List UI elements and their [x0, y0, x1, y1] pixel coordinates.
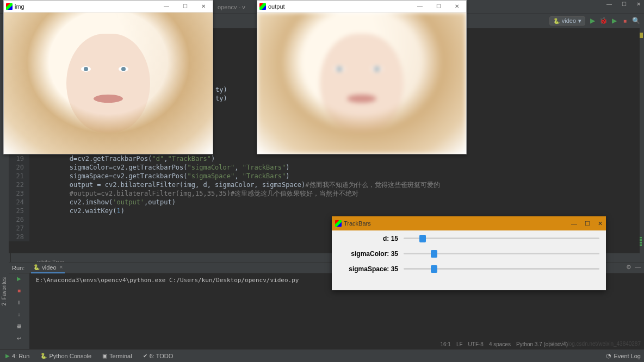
opencv-window-img[interactable]: img — ☐ ✕ — [3, 0, 213, 154]
maximize-icon[interactable]: ☐ — [429, 3, 448, 9]
opencv-window-output[interactable]: output — ☐ ✕ — [257, 0, 467, 154]
run-controls: ▶ ■ ⏸ ↓ 🖶 ↩ — [9, 273, 29, 349]
run-toolbar: 🐍 video ▾ ▶ 🐞 ▶ ■ 🔍 — [549, 14, 644, 27]
project-path: opencv - v — [218, 4, 245, 10]
close-icon[interactable]: ✕ — [448, 3, 466, 9]
slider-thumb[interactable] — [431, 250, 437, 258]
slider-thumb[interactable] — [419, 235, 426, 242]
run-tab-video[interactable]: 🐍 video × — [31, 263, 65, 273]
ide-window-controls: — ☐ ✕ — [606, 1, 641, 7]
run-config-dropdown[interactable]: 🐍 video ▾ — [549, 16, 585, 26]
favorites-tool-tab[interactable]: 2: Favorites — [1, 277, 7, 305]
python-file-icon: 🐍 — [33, 264, 40, 270]
opencv-icon — [335, 220, 342, 227]
scroll-to-end-icon[interactable]: ↓ — [15, 311, 23, 320]
indent-settings[interactable]: 4 spaces — [489, 341, 511, 347]
run-tab-name: video — [42, 264, 56, 271]
maximize-icon[interactable]: ☐ — [622, 1, 627, 7]
minimize-icon[interactable]: — — [157, 3, 176, 9]
event-log-button[interactable]: ◔Event Log — [606, 352, 641, 359]
minimize-icon[interactable]: — — [606, 1, 612, 7]
tool-tab-todo[interactable]: ✔6: TODO — [138, 349, 179, 363]
trackbar-row: sigmaSpace: 35 — [338, 265, 599, 273]
cv-titlebar[interactable]: img — ☐ ✕ — [4, 1, 213, 13]
status-bar: ▶4: Run 🐍Python Console ▣Terminal ✔6: TO… — [0, 349, 644, 362]
debug-icon[interactable]: 🐞 — [599, 17, 607, 24]
trackbar-row: d: 15 — [338, 235, 599, 242]
code-content[interactable]: d=cv2.getTrackbarPos("d","TrackBars") si… — [38, 154, 440, 215]
trackbars-body: d: 15sigmaColor: 35sigmaSpace: 35 — [332, 230, 606, 290]
partial-code-above: ty) ty) — [215, 85, 227, 103]
close-tab-icon[interactable]: × — [60, 264, 63, 270]
opencv-icon — [259, 3, 266, 10]
line-separator[interactable]: LF — [456, 341, 463, 347]
trackbar-label: sigmaColor: 35 — [338, 250, 398, 258]
trackbar-slider[interactable] — [404, 235, 599, 242]
watermark-text: https://blog.csdn.net/weixin_43840287 — [548, 341, 641, 347]
coverage-icon[interactable]: ▶ — [610, 17, 618, 24]
cv-image-content — [4, 13, 213, 154]
tool-tab-terminal[interactable]: ▣Terminal — [97, 349, 138, 363]
soft-wrap-icon[interactable]: ↩ — [15, 335, 23, 344]
pause-icon[interactable]: ⏸ — [15, 299, 23, 308]
run-icon[interactable]: ▶ — [589, 17, 596, 24]
close-icon[interactable]: ✕ — [194, 3, 213, 9]
trackbar-row: sigmaColor: 35 — [338, 250, 599, 258]
stop-icon[interactable]: ■ — [621, 18, 629, 24]
minimize-icon[interactable]: — — [571, 220, 577, 227]
cv-titlebar[interactable]: output — ☐ ✕ — [257, 1, 466, 13]
file-encoding[interactable]: UTF-8 — [468, 341, 484, 347]
hide-panel-icon[interactable]: — — [635, 264, 641, 271]
opencv-icon — [6, 3, 13, 10]
tool-tab-python-console[interactable]: 🐍Python Console — [35, 349, 97, 363]
stop-run-icon[interactable]: ■ — [15, 288, 23, 296]
print-icon[interactable]: 🖶 — [15, 323, 23, 332]
trackbar-label: sigmaSpace: 35 — [338, 265, 398, 273]
python-icon: 🐍 — [553, 18, 560, 24]
trackbar-label: d: 15 — [338, 235, 398, 242]
caret-position[interactable]: 16:1 — [440, 341, 450, 347]
slider-thumb[interactable] — [431, 265, 437, 273]
trackbars-title: TrackBars — [344, 220, 371, 227]
tool-tab-run[interactable]: ▶4: Run — [0, 349, 35, 363]
minimize-icon[interactable]: — — [411, 3, 429, 9]
maximize-icon[interactable]: ☐ — [176, 3, 194, 9]
rerun-icon[interactable]: ▶ — [15, 276, 23, 284]
cv-image-content — [257, 13, 466, 154]
run-label: Run: — [12, 265, 24, 271]
cv-window-title: img — [15, 3, 24, 10]
cv-window-title: output — [268, 3, 285, 10]
opencv-window-trackbars[interactable]: TrackBars — ☐ ✕ d: 15sigmaColor: 35sigma… — [332, 216, 606, 290]
inspection-indicator — [640, 33, 643, 38]
close-icon[interactable]: ✕ — [636, 1, 641, 7]
trackbars-titlebar[interactable]: TrackBars — ☐ ✕ — [332, 216, 606, 230]
maximize-icon[interactable]: ☐ — [585, 220, 590, 227]
close-icon[interactable]: ✕ — [598, 220, 603, 227]
trackbar-slider[interactable] — [404, 265, 599, 273]
chevron-down-icon: ▾ — [578, 17, 581, 24]
trackbar-slider[interactable] — [404, 250, 599, 258]
settings-icon[interactable]: ⚙ — [626, 264, 631, 271]
search-icon[interactable]: 🔍 — [632, 17, 640, 24]
run-config-name: video — [562, 17, 576, 24]
